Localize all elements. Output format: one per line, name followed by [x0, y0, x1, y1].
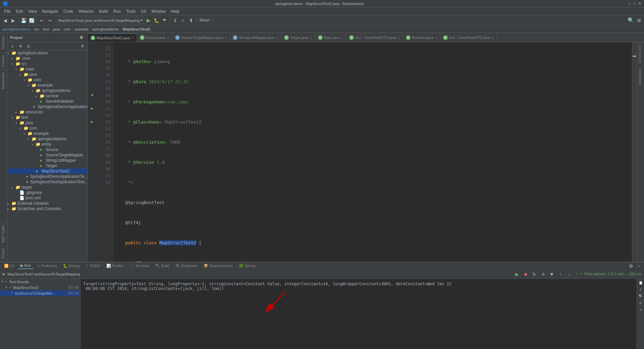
undo-btn[interactable]: ↩ [38, 17, 46, 24]
maximize-btn[interactable]: □ [633, 1, 636, 6]
endpoints-tab[interactable]: 🔌 Endpoints [173, 263, 200, 269]
structure-panel-right-btn[interactable]: Structure [637, 42, 644, 66]
tab-close-userroledto1[interactable]: ✕ [397, 36, 400, 40]
menu-item-file[interactable]: File [1, 8, 13, 14]
git-push-btn[interactable]: ⬆ [187, 17, 195, 24]
debug-tab[interactable]: 🐛 Debug [60, 263, 82, 269]
tree-item-scratches-and-consoles[interactable]: ▸📁Scratches and Consoles [7, 206, 88, 211]
tree-item-sourcetargetmapper[interactable]: ●SourceTargetMapper [7, 152, 88, 158]
debug-btn[interactable]: 🐛 [153, 17, 160, 24]
sidebar-collapse-btn[interactable]: ≡ [9, 43, 16, 50]
tab-close-userroledto2[interactable]: ✕ [491, 36, 494, 40]
menu-item-navigate[interactable]: Navigate [40, 8, 61, 14]
tree-item-example[interactable]: ▾📁example [7, 83, 88, 88]
tab-stringlistmapper[interactable]: I StringListMapper.java ✕ [230, 33, 281, 42]
tree-item-entity[interactable]: ▾📁entity [7, 142, 88, 147]
tab-close-stringmapper[interactable]: ✕ [276, 36, 278, 40]
run-stop-btn[interactable]: ■ [522, 270, 529, 278]
output-btn2[interactable]: ⬇ [638, 287, 643, 292]
git-tab[interactable]: 🔀 Git [1, 263, 17, 269]
bc-part-3[interactable]: test [43, 27, 49, 31]
menu-item-build[interactable]: Build [96, 8, 111, 14]
tree-item-src[interactable]: ▾📁src [7, 61, 88, 66]
tree-item-source[interactable]: ●Source [7, 147, 88, 152]
run-resume-btn[interactable]: ↻ [531, 270, 538, 278]
bc-part-8[interactable]: MapStructTest2 [123, 27, 150, 31]
output-btn3[interactable]: 🔍 [638, 294, 643, 299]
sidebar-gear-btn[interactable]: ⚙ [79, 43, 86, 50]
sidebar-expand-btn[interactable]: ⊕ [17, 43, 24, 50]
save-btn[interactable]: 💾 [20, 17, 27, 24]
tree-item-target[interactable]: ▸📁target [7, 185, 88, 190]
run-sort-btn[interactable]: ≡ [539, 270, 547, 278]
tree-item-springboottestapplicationtest---[interactable]: ●SpringbootTestApplicationTest... [7, 179, 88, 185]
back-btn[interactable]: ◀ [1, 17, 9, 24]
tab-close-source[interactable]: ✕ [167, 36, 169, 40]
menu-item-edit[interactable]: Edit [13, 8, 25, 14]
tree-item-mapstructtest2[interactable]: ●MapStructTest2 [7, 168, 88, 174]
menu-item-window[interactable]: Window [149, 8, 168, 14]
tree-item-com[interactable]: ▾📁com [7, 126, 88, 131]
run-config-dropdown[interactable]: MapStructTest2.java::testSourceToTargetM… [57, 17, 144, 24]
tree-item--mvn[interactable]: ▸📁.mvn [7, 56, 88, 61]
run-icon-21[interactable]: ▶ [88, 105, 97, 112]
tab-userroledto2[interactable]: C src\...\UserRoleDTO.java ✕ [440, 33, 497, 42]
commit-panel-btn[interactable]: Commit [0, 52, 7, 69]
menu-item-run[interactable]: Run [111, 8, 123, 14]
run-filter-btn[interactable]: ▼ [548, 270, 555, 278]
bc-part-4[interactable]: java [53, 27, 60, 31]
tree-item-pom-xml[interactable]: 📄pom.xml [7, 195, 88, 201]
tab-source[interactable]: C Source.java ✕ [137, 33, 172, 42]
menu-item-git[interactable]: Git [138, 8, 149, 14]
tree-item-springbootdemo[interactable]: ▾📁springbootdemo [7, 136, 88, 142]
tab-userroledto1[interactable]: C src\...\UserRoleDTO.java ✕ [346, 33, 403, 42]
jrebel-left-btn[interactable]: JRebel [0, 246, 7, 262]
tree-item-target[interactable]: ●Target [7, 163, 88, 168]
output-btn4[interactable]: ⚙ [638, 300, 643, 306]
structure-panel-btn[interactable]: Structure [0, 33, 7, 52]
database-panel-btn[interactable]: Database [637, 66, 644, 88]
menu-item-code[interactable]: Code [61, 8, 76, 14]
tree-item-example[interactable]: ▾📁example [7, 131, 88, 136]
bc-part-5[interactable]: com [64, 27, 71, 31]
menu-item-refactor[interactable]: Refactor [76, 8, 96, 14]
problems-tab[interactable]: ⚠ Problems [34, 263, 60, 269]
todo-tab[interactable]: ✓ TODO [83, 263, 103, 269]
git-commit-btn[interactable]: ✓ [179, 17, 187, 24]
run-btn[interactable]: ▶ [145, 17, 152, 24]
run-up-btn[interactable]: ↑ [557, 270, 564, 278]
close-btn[interactable]: ✕ [638, 1, 641, 6]
bc-part-6[interactable]: example [74, 27, 89, 31]
coverage-btn[interactable]: ☂ [161, 17, 168, 24]
tree-item--gitignore[interactable]: 📄.gitignore [7, 190, 88, 195]
spring-tab[interactable]: 🌿 Spring [236, 263, 258, 269]
test-results-root[interactable]: ▾ ✓ Test Results [0, 279, 80, 285]
tab-close-mapper[interactable]: ✕ [224, 36, 227, 40]
sidebar-locate-btn[interactable]: ◎ [25, 43, 32, 50]
git-update-btn[interactable]: ⬇ [171, 17, 179, 24]
tree-item-resources[interactable]: ▸📁resources [7, 109, 88, 115]
bc-part-7[interactable]: springbootdemo [93, 27, 119, 31]
jrebel-btn[interactable]: JRebel [198, 17, 211, 24]
tab-close-mapstructtest2[interactable]: ✕ [131, 36, 134, 40]
run-tab[interactable]: ▶ Run [18, 263, 34, 269]
tree-item-springbootdemo[interactable]: ▾📁springbootdemo [7, 88, 88, 93]
tab-target[interactable]: C Target.java ✕ [281, 33, 315, 42]
redo-btn[interactable]: ↪ [46, 17, 54, 24]
tree-item-servletinitializer[interactable]: ●ServletInitializer [7, 99, 88, 104]
sync-btn[interactable]: 🔄 [28, 17, 35, 24]
profiler-tab[interactable]: 📊 Profiler [104, 263, 126, 269]
settings-btn[interactable]: ⚙ [635, 17, 643, 24]
test-class-item[interactable]: ▾ ✓ MapStructTest2 161 ms [0, 285, 80, 290]
tab-mapstructtest2[interactable]: C MapStructTest2.java ✕ [88, 33, 137, 42]
sidebar-settings-btn[interactable]: ⚙ [77, 34, 85, 41]
run-icon-23[interactable]: ▶ [88, 119, 97, 126]
tab-close-date[interactable]: ✕ [341, 36, 343, 40]
tree-item-com[interactable]: ▾📁com [7, 77, 88, 83]
bookmarks-panel-btn[interactable]: Bookmarks [0, 69, 7, 92]
window-controls[interactable]: ─ □ ✕ [628, 1, 641, 6]
search-everywhere-btn[interactable]: 🔍 [627, 17, 635, 24]
test-method-item[interactable]: ✓ testSourceToTargetMa... 161 ms [0, 290, 80, 296]
dependencies-tab[interactable]: 📦 Dependencies [201, 263, 235, 269]
forward-btn[interactable]: ▶ [9, 17, 17, 24]
